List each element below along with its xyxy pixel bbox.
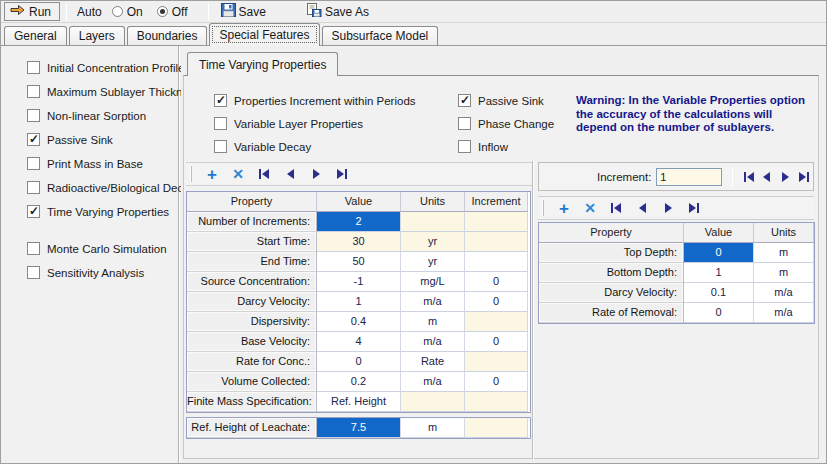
units-cell[interactable]: m/a — [401, 332, 465, 352]
value-cell[interactable]: 0.2 — [317, 372, 401, 392]
checkbox-icon — [27, 205, 40, 218]
feature-checkbox-item[interactable]: Passive Sink — [27, 132, 178, 147]
panel-splitter[interactable] — [532, 161, 534, 459]
value-cell[interactable]: 0 — [317, 352, 401, 372]
value-cell[interactable]: 0 — [684, 243, 754, 263]
increment-cell[interactable]: 0 — [465, 372, 528, 392]
option-checkbox-label: Variable Layer Properties — [234, 118, 363, 130]
last-record-button[interactable] — [330, 164, 354, 184]
units-cell[interactable] — [401, 392, 465, 412]
table-row: End Time: 50 yr — [187, 252, 530, 272]
increment-cell[interactable] — [465, 352, 528, 372]
main-tab[interactable]: General — [4, 26, 67, 45]
value-cell[interactable]: 50 — [317, 252, 401, 272]
units-cell[interactable]: mg/L — [401, 272, 465, 292]
increment-cell[interactable]: 0 — [465, 292, 528, 312]
main-tab-label: Subsurface Model — [332, 29, 429, 43]
option-checkbox-item[interactable]: Passive Sink — [458, 93, 554, 108]
units-cell[interactable]: m — [401, 418, 465, 438]
feature-checkbox-item[interactable]: Print Mass in Base — [27, 156, 178, 171]
feature-checkbox-item[interactable]: Non-linear Sorption — [27, 108, 178, 123]
option-checkbox-item[interactable]: Variable Decay — [214, 139, 416, 154]
value-cell[interactable]: 1 — [317, 292, 401, 312]
add-record-button[interactable]: + — [552, 198, 576, 218]
checkbox-icon — [458, 117, 471, 130]
feature-checkbox-item[interactable]: Time Varying Properties — [27, 204, 178, 219]
table-row: Finite Mass Specification: Ref. Height — [187, 392, 530, 412]
main-tab[interactable]: Boundaries — [127, 26, 208, 45]
last-record-button[interactable] — [682, 198, 706, 218]
special-features-page: Time Varying Properties Properties Incre… — [181, 46, 827, 464]
option-checkbox-item[interactable]: Properties Increment within Periods — [214, 93, 416, 108]
value-cell[interactable]: 30 — [317, 232, 401, 252]
value-cell[interactable]: 1 — [684, 263, 754, 283]
option-checkbox-item[interactable]: Variable Layer Properties — [214, 116, 416, 131]
next-increment-button[interactable] — [776, 167, 794, 187]
first-record-button[interactable] — [604, 198, 628, 218]
value-cell[interactable]: 0 — [684, 303, 754, 323]
units-cell[interactable]: m/a — [754, 283, 814, 303]
feature-checkbox-item[interactable]: Initial Concentration Profile — [27, 60, 178, 75]
value-cell[interactable]: -1 — [317, 272, 401, 292]
increment-cell[interactable] — [465, 232, 528, 252]
last-icon — [799, 172, 806, 182]
units-cell[interactable]: m/a — [754, 303, 814, 323]
first-increment-button[interactable] — [739, 167, 757, 187]
increment-cell[interactable]: 0 — [465, 272, 528, 292]
prev-record-button[interactable] — [630, 198, 654, 218]
save-as-button[interactable]: Save As — [300, 2, 375, 21]
value-cell[interactable]: 7.5 — [317, 418, 401, 438]
increment-cell[interactable] — [465, 418, 528, 438]
value-cell[interactable]: 0.1 — [684, 283, 754, 303]
units-cell[interactable]: Rate — [401, 352, 465, 372]
auto-off-radio[interactable]: Off — [157, 5, 188, 19]
last-increment-button[interactable] — [795, 167, 813, 187]
option-checkbox-item[interactable]: Inflow — [458, 139, 554, 154]
increment-cell[interactable] — [465, 252, 528, 272]
next-record-button[interactable] — [304, 164, 328, 184]
main-tab-label: General — [14, 29, 57, 43]
units-cell[interactable]: m/a — [401, 372, 465, 392]
value-cell[interactable]: 4 — [317, 332, 401, 352]
next-record-button[interactable] — [656, 198, 680, 218]
increment-cell[interactable]: 0 — [465, 332, 528, 352]
option-checkbox-item[interactable]: Phase Change — [458, 116, 554, 131]
auto-on-radio[interactable]: On — [112, 5, 143, 19]
delete-record-button[interactable]: ✕ — [226, 164, 250, 184]
prev-record-button[interactable] — [278, 164, 302, 184]
save-button[interactable]: Save — [215, 2, 272, 21]
save-as-icon — [306, 3, 322, 20]
main-tab[interactable]: Special Features — [209, 23, 319, 46]
increment-cell[interactable] — [465, 212, 528, 232]
increment-cell[interactable] — [465, 392, 528, 412]
units-cell[interactable]: m — [401, 312, 465, 332]
feature-checkbox-item[interactable]: Sensitivity Analysis — [27, 265, 178, 280]
units-cell[interactable]: yr — [401, 232, 465, 252]
add-record-button[interactable]: + — [200, 164, 224, 184]
value-cell[interactable]: 0.4 — [317, 312, 401, 332]
value-cell[interactable]: 2 — [317, 212, 401, 232]
checkbox-icon — [27, 61, 40, 74]
features-panel: Initial Concentration Profile Maximum Su… — [1, 46, 179, 464]
units-cell[interactable]: m — [754, 263, 814, 283]
run-button[interactable]: Run — [4, 2, 60, 21]
increments-grid-toolbar: + ✕ — [186, 162, 532, 186]
tab-time-varying-properties[interactable]: Time Varying Properties — [187, 52, 338, 76]
units-cell[interactable] — [401, 212, 465, 232]
property-cell: Rate of Removal: — [539, 303, 684, 323]
main-tab[interactable]: Subsurface Model — [322, 26, 439, 45]
units-cell[interactable]: m — [754, 243, 814, 263]
feature-checkbox-item[interactable]: Monte Carlo Simulation — [27, 241, 178, 256]
main-tab[interactable]: Layers — [69, 26, 125, 45]
prev-increment-button[interactable] — [758, 167, 776, 187]
units-cell[interactable]: m/a — [401, 292, 465, 312]
units-cell[interactable]: yr — [401, 252, 465, 272]
table-row: Dispersivity: 0.4 m — [187, 312, 530, 332]
increment-input[interactable] — [656, 168, 722, 186]
value-cell[interactable]: Ref. Height — [317, 392, 401, 412]
increment-cell[interactable] — [465, 312, 528, 332]
delete-record-button[interactable]: ✕ — [578, 198, 602, 218]
feature-checkbox-item[interactable]: Radioactive/Biological Decay — [27, 180, 178, 195]
feature-checkbox-item[interactable]: Maximum Sublayer Thickness — [27, 84, 178, 99]
first-record-button[interactable] — [252, 164, 276, 184]
